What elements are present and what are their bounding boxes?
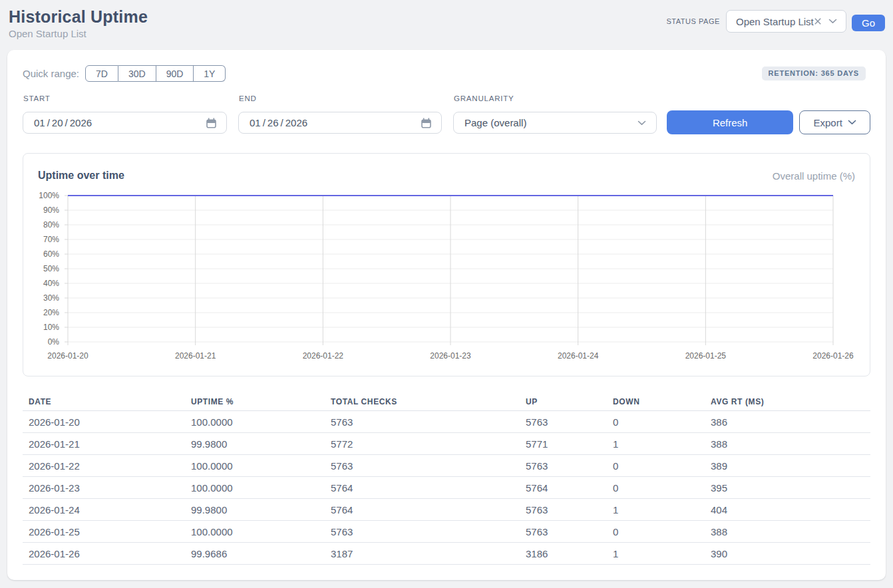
table-cell: 99.9686 [185,543,325,565]
table-row: 2026-01-2499.9800576457631404 [23,499,870,521]
refresh-button[interactable]: Refresh [667,110,793,134]
granularity-value: Page (overall) [464,117,526,128]
uptime-line-chart: 0%10%20%30%40%50%60%70%80%90%100%2026-01… [23,154,870,376]
quick-range-row: Quick range: 7D30D90D1Y RETENTION: 365 D… [23,65,870,82]
granularity-label: GRANULARITY [454,94,657,102]
calendar-icon[interactable] [421,118,431,128]
table-cell: 2026-01-23 [23,477,185,499]
table-cell: 1 [607,543,705,565]
table-cell: 389 [705,455,870,477]
table-row: 2026-01-2699.9686318731861390 [23,543,870,565]
table-cell: 390 [705,543,870,565]
chevron-down-icon [848,120,856,125]
table-cell: 5763 [325,521,520,543]
table-head: DATEUPTIME %TOTAL CHECKSUPDOWNAVG RT (MS… [23,392,870,411]
quick-range-group: 7D30D90D1Y [85,65,226,82]
table-cell: 99.9800 [185,433,325,455]
table-cell: 395 [705,477,870,499]
table-cell: 0 [607,411,705,433]
table-cell: 5771 [520,433,607,455]
granularity-field: GRANULARITY Page (overall) [453,94,657,134]
y-tick-label: 10% [43,323,59,332]
start-date-value: 01 / 20 / 2026 [34,117,92,128]
granularity-select[interactable]: Page (overall) [453,112,657,134]
topbar: Historical Uptime Open Startup List STAT… [0,0,893,50]
y-tick-label: 0% [48,337,60,347]
go-button[interactable]: Go [852,15,885,31]
quick-range-1y[interactable]: 1Y [194,65,226,82]
table-cell: 0 [607,455,705,477]
x-tick-label: 2026-01-23 [430,351,471,361]
x-tick-label: 2026-01-20 [47,351,89,361]
table-cell: 5763 [520,521,607,543]
main-card: Quick range: 7D30D90D1Y RETENTION: 365 D… [7,50,886,580]
table-cell: 388 [705,433,870,455]
daily-uptime-table: DATEUPTIME %TOTAL CHECKSUPDOWNAVG RT (MS… [23,392,870,565]
column-header-date: DATE [23,392,185,411]
table-row: 2026-01-22100.0000576357630389 [23,455,870,477]
y-tick-label: 100% [39,191,59,200]
chevron-down-icon [637,120,646,126]
table-cell: 5764 [520,477,607,499]
table-cell: 100.0000 [185,477,325,499]
calendar-icon[interactable] [206,118,216,128]
quick-range-30d[interactable]: 30D [118,65,156,82]
y-tick-label: 50% [43,264,59,273]
table-cell: 2026-01-22 [23,455,185,477]
quick-range-90d[interactable]: 90D [156,65,194,82]
table-cell: 100.0000 [185,455,325,477]
y-tick-label: 70% [43,235,59,244]
quick-range-7d[interactable]: 7D [85,65,118,82]
x-tick-label: 2026-01-25 [685,351,727,361]
table-cell: 99.9800 [185,499,325,521]
table-cell: 5772 [325,433,520,455]
column-header-down: DOWN [607,392,705,411]
table-cell: 5763 [325,455,520,477]
table-cell: 5763 [520,411,607,433]
table-row: 2026-01-20100.0000576357630386 [23,411,870,433]
table-cell: 2026-01-26 [23,543,185,565]
table-cell: 404 [705,499,870,521]
end-date-input[interactable]: 01 / 26 / 2026 [238,112,442,134]
x-tick-label: 2026-01-21 [175,351,216,361]
x-tick-label: 2026-01-26 [812,351,854,361]
table-cell: 3187 [325,543,520,565]
retention-badge: RETENTION: 365 DAYS [762,67,866,80]
table-cell: 5763 [520,455,607,477]
y-tick-label: 40% [43,279,59,288]
page-title: Historical Uptime [9,8,148,25]
table-cell: 388 [705,521,870,543]
status-page-select[interactable]: Open Startup List [726,10,846,33]
page-subtitle: Open Startup List [9,28,148,39]
y-tick-label: 30% [43,293,59,303]
uptime-chart-card: Uptime over time Overall uptime (%) 0%10… [23,153,870,376]
table-cell: 5764 [325,499,520,521]
end-label: END [239,94,442,102]
start-date-input[interactable]: 01 / 20 / 2026 [23,112,227,134]
start-label: START [23,94,227,102]
y-tick-label: 90% [43,206,59,215]
table-cell: 1 [607,433,705,455]
y-tick-label: 20% [43,308,59,317]
table-body: 2026-01-20100.00005763576303862026-01-21… [23,411,870,565]
end-date-value: 01 / 26 / 2026 [250,117,307,128]
end-field: END 01 / 26 / 2026 [238,94,442,134]
export-button[interactable]: Export [799,110,870,134]
table-cell: 2026-01-25 [23,521,185,543]
table-header-row: DATEUPTIME %TOTAL CHECKSUPDOWNAVG RT (MS… [23,392,870,411]
title-block: Historical Uptime Open Startup List [9,8,148,39]
y-tick-label: 80% [43,220,59,229]
status-page-selected-value: Open Startup List [736,16,814,27]
x-tick-label: 2026-01-24 [558,351,599,361]
column-header-total-checks: TOTAL CHECKS [325,392,520,411]
start-field: START 01 / 20 / 2026 [23,94,227,134]
clear-selection-icon[interactable] [814,17,822,25]
table-cell: 5763 [325,411,520,433]
table-cell: 386 [705,411,870,433]
table-row: 2026-01-23100.0000576457640395 [23,477,870,499]
export-label: Export [814,117,842,128]
table-cell: 5763 [520,499,607,521]
quick-range-label: Quick range: [23,68,79,79]
table-cell: 2026-01-20 [23,411,185,433]
column-header-uptime-: UPTIME % [185,392,325,411]
